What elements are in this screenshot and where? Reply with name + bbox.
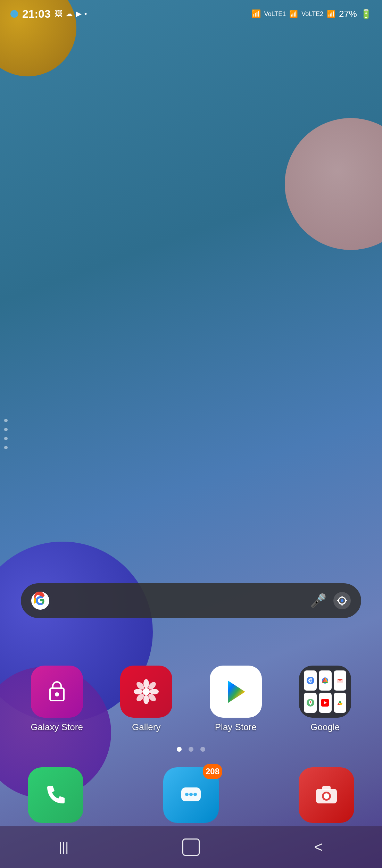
page-dots [0,747,382,752]
dock: 208 [0,767,382,823]
camera-shortcut-icon[interactable] [299,767,354,823]
drive-mini [334,693,347,713]
app-grid: Galaxy Store Gallery [0,666,382,733]
nav-bar: ||| < [0,826,382,868]
svg-point-10 [143,679,149,688]
svg-point-35 [189,793,193,796]
status-right: 📶 VoLTE1 📶 VoLTE2 📶 27% 🔋 [251,9,372,19]
dock-phone[interactable] [28,767,83,823]
svg-point-11 [143,695,149,704]
cloud-icon: ☁ [65,9,73,18]
maps-mini [304,693,317,713]
app-item-google-folder[interactable]: Google [282,666,368,733]
svg-rect-40 [322,786,331,790]
phone-icon[interactable] [28,767,83,823]
chrome-mini [319,670,332,691]
page-dot-left-1 [4,419,8,422]
home-icon [182,838,200,856]
dock-messages[interactable]: 208 [163,767,219,823]
google-folder-icon[interactable] [299,666,351,718]
svg-marker-19 [228,681,245,703]
svg-point-2 [341,599,343,602]
phone-screen: 21:03 🖼 ☁ ▶ • 📶 VoLTE1 📶 VoLTE2 📶 27% 🔋 [0,0,382,868]
status-left: 21:03 🖼 ☁ ▶ • [10,8,87,20]
page-indicators-left [4,419,8,449]
gallery-status-icon: 🖼 [55,9,63,18]
recent-apps-button[interactable]: ||| [50,833,77,861]
svg-point-34 [185,793,189,796]
home-button[interactable] [177,833,205,861]
google-logo [31,592,49,610]
app-item-gallery[interactable]: Gallery [103,666,190,733]
svg-point-13 [150,689,159,694]
microphone-icon[interactable]: 🎤 [310,593,326,608]
gallery-label: Gallery [132,722,160,733]
page-dot-2 [189,747,193,752]
galaxy-store-label: Galaxy Store [31,722,83,733]
status-icons: 🖼 ☁ ▶ • [55,9,87,18]
page-dot-left-2 [4,428,8,431]
signal1-label: VoLTE1 [264,10,286,18]
page-dot-left-4 [4,446,8,449]
google-folder-label: Google [310,722,340,733]
play-store-icon[interactable] [210,666,262,718]
wifi-icon: 📶 [251,9,261,18]
play-status-icon: ▶ [76,9,82,18]
status-time: 21:03 [22,8,51,20]
dock-camera-shortcut[interactable] [299,767,354,823]
signal1-bars: 📶 [289,10,298,18]
dot-icon: • [84,9,87,18]
page-dot-left-3 [4,437,8,440]
svg-point-36 [193,793,197,796]
gmail-mini [334,670,347,691]
svg-point-26 [310,701,311,703]
blob-pink-decoration [285,118,382,250]
svg-point-39 [324,793,329,799]
status-dot [10,10,18,18]
back-button[interactable]: < [305,833,332,861]
page-dot-1 [177,747,182,752]
google-lens-icon[interactable] [333,592,351,609]
google-search-bar[interactable]: 🎤 [21,583,361,618]
gallery-icon[interactable] [120,666,172,718]
back-icon: < [314,839,323,856]
recent-apps-icon: ||| [59,840,68,854]
app-item-play-store[interactable]: Play Store [193,666,279,733]
svg-point-8 [55,692,59,696]
status-bar: 21:03 🖼 ☁ ▶ • 📶 VoLTE1 📶 VoLTE2 📶 27% 🔋 [0,0,382,28]
svg-point-12 [134,689,143,694]
signal2-label: VoLTE2 [301,10,323,18]
google-search-mini [304,670,317,691]
svg-point-18 [143,688,150,695]
play-store-label: Play Store [215,722,257,733]
battery-percentage: 27% [339,9,357,19]
messages-badge: 208 [203,764,222,779]
youtube-mini [319,693,332,713]
battery-icon: 🔋 [360,9,372,19]
app-item-galaxy-store[interactable]: Galaxy Store [14,666,100,733]
galaxy-store-icon[interactable] [31,666,83,718]
signal2-bars: 📶 [327,10,335,18]
page-dot-3 [200,747,205,752]
